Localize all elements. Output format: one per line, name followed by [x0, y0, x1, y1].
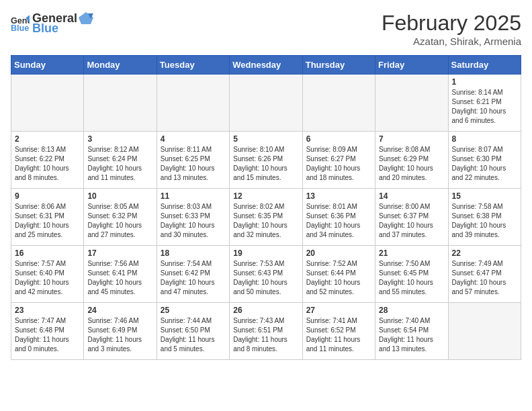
calendar-cell: 2Sunrise: 8:13 AM Sunset: 6:22 PM Daylig… [11, 132, 84, 189]
calendar-cell [375, 75, 448, 132]
logo: General Blue General Blue [11, 11, 95, 36]
subtitle: Azatan, Shirak, Armenia [382, 36, 521, 47]
day-number: 25 [161, 306, 226, 315]
day-info: Sunrise: 7:58 AM Sunset: 6:38 PM Dayligh… [452, 202, 517, 240]
calendar-cell: 20Sunrise: 7:52 AM Sunset: 6:44 PM Dayli… [302, 246, 375, 303]
day-number: 9 [15, 191, 80, 201]
day-info: Sunrise: 7:56 AM Sunset: 6:41 PM Dayligh… [87, 259, 152, 297]
calendar-table: SundayMondayTuesdayWednesdayThursdayFrid… [11, 55, 521, 360]
day-info: Sunrise: 8:14 AM Sunset: 6:21 PM Dayligh… [452, 88, 517, 126]
day-info: Sunrise: 8:01 AM Sunset: 6:36 PM Dayligh… [306, 202, 371, 240]
calendar-cell [11, 75, 84, 132]
day-number: 4 [161, 134, 226, 144]
week-row-4: 23Sunrise: 7:47 AM Sunset: 6:48 PM Dayli… [11, 303, 521, 360]
day-number: 12 [233, 191, 298, 201]
day-headers-row: SundayMondayTuesdayWednesdayThursdayFrid… [11, 56, 521, 75]
day-info: Sunrise: 7:41 AM Sunset: 6:52 PM Dayligh… [306, 316, 371, 354]
calendar-cell: 19Sunrise: 7:53 AM Sunset: 6:43 PM Dayli… [230, 246, 302, 303]
day-number: 2 [15, 134, 80, 144]
day-number: 23 [15, 306, 80, 315]
calendar-cell: 15Sunrise: 7:58 AM Sunset: 6:38 PM Dayli… [448, 189, 521, 246]
week-row-0: 1Sunrise: 8:14 AM Sunset: 6:21 PM Daylig… [11, 75, 521, 132]
week-row-3: 16Sunrise: 7:57 AM Sunset: 6:40 PM Dayli… [11, 246, 521, 303]
day-number: 18 [161, 248, 226, 258]
day-info: Sunrise: 8:08 AM Sunset: 6:29 PM Dayligh… [379, 145, 444, 183]
day-info: Sunrise: 7:54 AM Sunset: 6:42 PM Dayligh… [161, 259, 226, 297]
calendar-cell: 26Sunrise: 7:43 AM Sunset: 6:51 PM Dayli… [230, 303, 302, 360]
day-number: 1 [452, 77, 517, 87]
day-info: Sunrise: 7:50 AM Sunset: 6:45 PM Dayligh… [379, 259, 444, 297]
day-header-thursday: Thursday [302, 56, 375, 75]
calendar-cell: 7Sunrise: 8:08 AM Sunset: 6:29 PM Daylig… [375, 132, 448, 189]
day-info: Sunrise: 8:05 AM Sunset: 6:32 PM Dayligh… [87, 202, 152, 240]
calendar-cell: 24Sunrise: 7:46 AM Sunset: 6:49 PM Dayli… [84, 303, 157, 360]
day-number: 8 [452, 134, 517, 144]
calendar-cell: 4Sunrise: 8:11 AM Sunset: 6:25 PM Daylig… [157, 132, 229, 189]
day-number: 14 [379, 191, 444, 201]
calendar-cell: 14Sunrise: 8:00 AM Sunset: 6:37 PM Dayli… [375, 189, 448, 246]
main-title: February 2025 [382, 11, 521, 36]
day-number: 21 [379, 248, 444, 258]
calendar-cell: 12Sunrise: 8:02 AM Sunset: 6:35 PM Dayli… [230, 189, 302, 246]
day-info: Sunrise: 8:12 AM Sunset: 6:24 PM Dayligh… [87, 145, 152, 183]
day-number: 5 [233, 134, 298, 144]
day-number: 16 [15, 248, 80, 258]
calendar-cell: 10Sunrise: 8:05 AM Sunset: 6:32 PM Dayli… [84, 189, 157, 246]
day-info: Sunrise: 7:57 AM Sunset: 6:40 PM Dayligh… [15, 259, 80, 297]
calendar-cell [302, 75, 375, 132]
day-number: 11 [161, 191, 226, 201]
day-info: Sunrise: 8:00 AM Sunset: 6:37 PM Dayligh… [379, 202, 444, 240]
day-number: 28 [379, 306, 444, 315]
calendar-cell [157, 75, 229, 132]
logo-bird-icon [79, 11, 93, 26]
header: General Blue General Blue February 2025 … [11, 11, 521, 47]
day-number: 22 [452, 248, 517, 258]
day-info: Sunrise: 7:52 AM Sunset: 6:44 PM Dayligh… [306, 259, 371, 297]
day-info: Sunrise: 8:11 AM Sunset: 6:25 PM Dayligh… [161, 145, 226, 183]
day-header-sunday: Sunday [11, 56, 84, 75]
calendar-cell [230, 75, 302, 132]
calendar-cell: 22Sunrise: 7:49 AM Sunset: 6:47 PM Dayli… [448, 246, 521, 303]
day-header-monday: Monday [84, 56, 157, 75]
day-number: 19 [233, 248, 298, 258]
day-info: Sunrise: 7:53 AM Sunset: 6:43 PM Dayligh… [233, 259, 298, 297]
day-number: 20 [306, 248, 371, 258]
calendar-cell [84, 75, 157, 132]
day-info: Sunrise: 7:44 AM Sunset: 6:50 PM Dayligh… [161, 316, 226, 354]
week-row-2: 9Sunrise: 8:06 AM Sunset: 6:31 PM Daylig… [11, 189, 521, 246]
calendar-cell: 27Sunrise: 7:41 AM Sunset: 6:52 PM Dayli… [302, 303, 375, 360]
day-info: Sunrise: 7:47 AM Sunset: 6:48 PM Dayligh… [15, 316, 80, 354]
calendar-cell: 25Sunrise: 7:44 AM Sunset: 6:50 PM Dayli… [157, 303, 229, 360]
day-number: 13 [306, 191, 371, 201]
day-number: 27 [306, 306, 371, 315]
day-number: 26 [233, 306, 298, 315]
title-area: February 2025 Azatan, Shirak, Armenia [382, 11, 521, 47]
day-info: Sunrise: 7:46 AM Sunset: 6:49 PM Dayligh… [87, 316, 152, 354]
day-info: Sunrise: 8:13 AM Sunset: 6:22 PM Dayligh… [15, 145, 80, 183]
svg-text:Blue: Blue [11, 24, 29, 33]
day-info: Sunrise: 8:09 AM Sunset: 6:27 PM Dayligh… [306, 145, 371, 183]
day-number: 15 [452, 191, 517, 201]
week-row-1: 2Sunrise: 8:13 AM Sunset: 6:22 PM Daylig… [11, 132, 521, 189]
day-info: Sunrise: 7:40 AM Sunset: 6:54 PM Dayligh… [379, 316, 444, 354]
calendar-cell: 1Sunrise: 8:14 AM Sunset: 6:21 PM Daylig… [448, 75, 521, 132]
calendar-cell: 23Sunrise: 7:47 AM Sunset: 6:48 PM Dayli… [11, 303, 84, 360]
day-header-tuesday: Tuesday [157, 56, 229, 75]
day-info: Sunrise: 7:43 AM Sunset: 6:51 PM Dayligh… [233, 316, 298, 354]
day-header-wednesday: Wednesday [230, 56, 302, 75]
day-info: Sunrise: 8:06 AM Sunset: 6:31 PM Dayligh… [15, 202, 80, 240]
day-info: Sunrise: 8:02 AM Sunset: 6:35 PM Dayligh… [233, 202, 298, 240]
day-number: 6 [306, 134, 371, 144]
calendar-cell: 21Sunrise: 7:50 AM Sunset: 6:45 PM Dayli… [375, 246, 448, 303]
day-number: 3 [87, 134, 152, 144]
day-number: 10 [87, 191, 152, 201]
day-info: Sunrise: 8:10 AM Sunset: 6:26 PM Dayligh… [233, 145, 298, 183]
calendar-cell: 6Sunrise: 8:09 AM Sunset: 6:27 PM Daylig… [302, 132, 375, 189]
calendar-cell: 16Sunrise: 7:57 AM Sunset: 6:40 PM Dayli… [11, 246, 84, 303]
day-number: 17 [87, 248, 152, 258]
logo-icon: General Blue [11, 14, 30, 33]
day-header-friday: Friday [375, 56, 448, 75]
calendar-cell [448, 303, 521, 360]
day-number: 24 [87, 306, 152, 315]
day-number: 7 [379, 134, 444, 144]
